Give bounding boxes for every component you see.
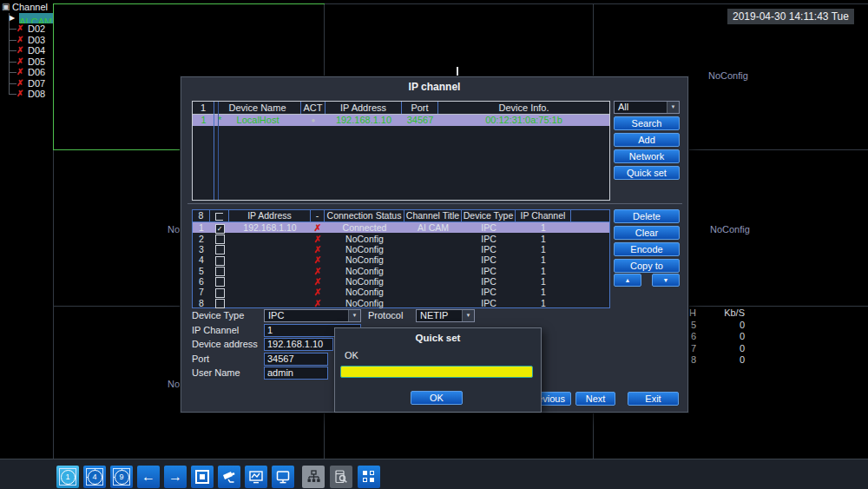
- row-checkbox[interactable]: [210, 287, 229, 298]
- chevron-down-icon[interactable]: ▼: [348, 310, 360, 321]
- row-checkbox[interactable]: [210, 233, 229, 244]
- noconfig-label: NoConfig: [710, 224, 750, 235]
- tour-icon: [195, 470, 209, 484]
- color-setting-button[interactable]: [245, 466, 267, 488]
- row-status: NoConfig: [325, 287, 404, 297]
- device-address-label: Device address: [192, 338, 258, 350]
- sidebar-item-selected[interactable]: AI CAM: [19, 13, 53, 23]
- view-quad-button[interactable]: 4: [83, 466, 106, 488]
- sidebar-item[interactable]: ✗ D06: [0, 67, 83, 77]
- up-arrow-icon: ▲: [625, 277, 631, 283]
- right-arrow-icon: →: [168, 466, 182, 488]
- quick-set-ok-button[interactable]: OK: [411, 391, 463, 405]
- quad-view-icon: 4: [88, 470, 102, 485]
- exit-button[interactable]: Exit: [628, 392, 679, 406]
- tree-stub: [9, 40, 16, 41]
- sidebar-item[interactable]: ✗ D03: [0, 35, 83, 45]
- stats-kbs: 0: [715, 343, 745, 354]
- view-single-button[interactable]: 1: [56, 466, 79, 488]
- next-channel-button[interactable]: →: [164, 466, 187, 488]
- quick-set-button[interactable]: Quick set: [614, 166, 680, 180]
- tour-button[interactable]: [191, 466, 214, 488]
- row-number: 1: [193, 222, 210, 233]
- channel-row[interactable]: 1 ✓ 192.168.1.10 ✗ Connected AI CAM IPC …: [193, 222, 609, 233]
- ptz-button[interactable]: [218, 466, 240, 488]
- sidebar-item[interactable]: ✗ D04: [0, 45, 83, 56]
- channel-grid-icon: [363, 471, 375, 483]
- storage-search-button[interactable]: [330, 466, 352, 488]
- channel-row[interactable]: 4 ✗ NoConfig IPC 1: [193, 254, 609, 265]
- row-checkbox[interactable]: ✓: [210, 222, 229, 234]
- protocol-select[interactable]: NETIP ▼: [416, 309, 475, 322]
- row-channel: 1: [516, 244, 571, 254]
- network-status-button[interactable]: [302, 466, 325, 488]
- device-address-input[interactable]: 192.168.1.10: [264, 338, 333, 351]
- next-button[interactable]: Next: [575, 392, 615, 406]
- port-input[interactable]: 34567: [264, 353, 328, 366]
- network-button[interactable]: Network: [614, 149, 680, 163]
- sidebar-item[interactable]: ✗ D07: [0, 78, 83, 89]
- filter-dropdown[interactable]: All ▼: [614, 101, 680, 114]
- channel-label: D04: [28, 45, 45, 56]
- row-status: NoConfig: [325, 254, 404, 265]
- col-ip-address: IP Address: [326, 102, 402, 114]
- channel-manage-button[interactable]: [358, 466, 380, 488]
- user-name-input[interactable]: admin: [264, 367, 328, 380]
- device-search-table[interactable]: 1 Device Name ACT IP Address Port Device…: [192, 101, 610, 201]
- encode-button[interactable]: Encode: [614, 242, 680, 256]
- output-adjust-button[interactable]: [272, 466, 294, 488]
- channel-row[interactable]: 3 ✗ NoConfig IPC 1: [193, 244, 609, 254]
- row-type: IPC: [462, 234, 516, 244]
- row-checkbox[interactable]: [210, 297, 229, 308]
- channel-row[interactable]: 5 ✗ NoConfig IPC 1: [193, 265, 609, 275]
- channel-tree-panel: ▣ Channel ▶ AI CAM ✗ D02 ✗ D03 ✗ D04 ✗ D…: [0, 0, 83, 104]
- channel-table[interactable]: 8 IP Address - Connection Status Channel…: [192, 209, 610, 308]
- move-down-button[interactable]: ▼: [652, 274, 680, 287]
- selected-channel-label: AI CAM: [19, 17, 52, 23]
- col-device-type: Device Type: [462, 210, 516, 221]
- col-select-all[interactable]: [210, 210, 229, 221]
- channel-row[interactable]: 6 ✗ NoConfig IPC 1: [193, 276, 609, 287]
- system-clock: 2019-04-30 14:11:43 Tue: [727, 9, 854, 24]
- row-ip: 192.168.1.10: [229, 222, 311, 233]
- selected-cell-border-top: [53, 3, 325, 4]
- disconnect-x-icon: ✗: [311, 276, 325, 287]
- stats-kbs: 0: [715, 331, 745, 341]
- view-nine-button[interactable]: 9: [110, 466, 133, 488]
- row-number: 6: [193, 276, 210, 287]
- row-type: IPC: [462, 276, 516, 287]
- filter-value: All: [618, 102, 628, 113]
- sidebar-item[interactable]: ✗ D05: [0, 56, 83, 67]
- row-checkbox[interactable]: [210, 254, 229, 266]
- add-button[interactable]: Add: [614, 133, 680, 147]
- clear-button[interactable]: Clear: [614, 226, 680, 240]
- device-name-cell: *LocalHost: [214, 115, 301, 126]
- channel-label: D02: [28, 23, 45, 34]
- channel-row[interactable]: 8 ✗ NoConfig IPC 1: [193, 298, 609, 308]
- row-channel: 1: [516, 276, 571, 287]
- sidebar-item[interactable]: ✗ D02: [0, 23, 83, 34]
- channel-row[interactable]: 7 ✗ NoConfig IPC 1: [193, 287, 609, 297]
- disconnect-x-icon: ✗: [311, 222, 325, 233]
- row-checkbox[interactable]: [210, 265, 229, 276]
- search-button[interactable]: Search: [614, 116, 680, 130]
- channel-tree-title: Channel: [12, 2, 48, 12]
- copy-to-button[interactable]: Copy to: [614, 259, 680, 273]
- row-checkbox[interactable]: [210, 276, 229, 287]
- move-up-button[interactable]: ▲: [614, 274, 641, 287]
- row-checkbox[interactable]: [210, 244, 229, 255]
- device-type-select[interactable]: IPC ▼: [264, 309, 361, 322]
- section-divider: [187, 203, 682, 204]
- channel-row[interactable]: 2 ✗ NoConfig IPC 1: [193, 233, 609, 243]
- sidebar-item[interactable]: ✗ D08: [0, 89, 83, 99]
- device-row-selected[interactable]: 1 *LocalHost ● 192.168.1.10 34567 00:12:…: [193, 115, 609, 126]
- column-separator: [214, 102, 214, 200]
- chevron-down-icon[interactable]: ▼: [462, 310, 474, 321]
- chevron-down-icon[interactable]: ▼: [667, 102, 679, 113]
- stats-kbs: 0: [715, 320, 745, 330]
- previous-channel-button[interactable]: ←: [137, 466, 160, 488]
- delete-button[interactable]: Delete: [614, 209, 680, 223]
- header-checkbox[interactable]: [215, 213, 223, 221]
- device-name: LocalHost: [237, 115, 279, 125]
- protocol-label: Protocol: [368, 309, 403, 321]
